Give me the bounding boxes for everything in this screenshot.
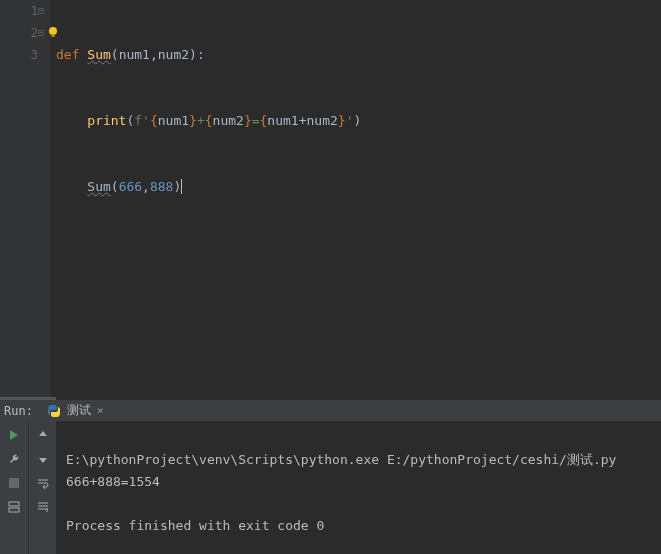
down-button[interactable] [33, 449, 53, 469]
run-toolbar-left [0, 421, 28, 554]
console-output[interactable]: E:\pythonProject\venv\Scripts\python.exe… [56, 421, 661, 554]
run-body: E:\pythonProject\venv\Scripts\python.exe… [0, 421, 661, 554]
console-out: 666+888=1554 [66, 474, 160, 489]
svg-rect-1 [52, 34, 55, 37]
code-line: print(f'{num1}+{num2}={num1+num2}') [56, 110, 661, 132]
python-icon [47, 404, 61, 418]
rerun-button[interactable] [4, 425, 24, 445]
run-label: Run: [4, 404, 33, 418]
gutter: 1⊟ 2⊟ 3 [0, 0, 50, 397]
scroll-button[interactable] [33, 497, 53, 517]
console-exit: Process finished with exit code 0 [66, 518, 324, 533]
fold-icon[interactable]: ⊟ [38, 0, 44, 22]
layout-button[interactable] [4, 497, 24, 517]
close-icon[interactable]: × [97, 404, 104, 417]
line-number: 3 [0, 44, 38, 66]
code-line: Sum(666,888) [56, 176, 661, 198]
stop-button[interactable] [4, 473, 24, 493]
run-tab[interactable]: 测试 × [41, 400, 110, 421]
run-header: Run: 测试 × [0, 400, 661, 421]
svg-rect-3 [9, 502, 19, 506]
tab-label: 测试 [67, 402, 91, 419]
wrap-button[interactable] [33, 473, 53, 493]
code-line: def Sum(num1,num2): [56, 44, 661, 66]
wrench-button[interactable] [4, 449, 24, 469]
svg-rect-2 [9, 478, 19, 488]
line-number: 2⊟ [0, 22, 38, 44]
editor-area: 1⊟ 2⊟ 3 def Sum(num1,num2): print(f'{num… [0, 0, 661, 397]
svg-point-0 [49, 27, 57, 35]
line-number: 1⊟ [0, 0, 38, 22]
bulb-icon[interactable] [46, 24, 60, 46]
console-cmd: E:\pythonProject\venv\Scripts\python.exe… [66, 452, 616, 467]
run-toolbar-mid [28, 421, 56, 554]
fold-icon[interactable]: ⊟ [38, 22, 44, 44]
svg-rect-4 [9, 508, 19, 512]
run-panel: Run: 测试 × E:\pythonProject\venv\Scripts\… [0, 400, 661, 554]
code-editor[interactable]: def Sum(num1,num2): print(f'{num1}+{num2… [50, 0, 661, 397]
up-button[interactable] [33, 425, 53, 445]
